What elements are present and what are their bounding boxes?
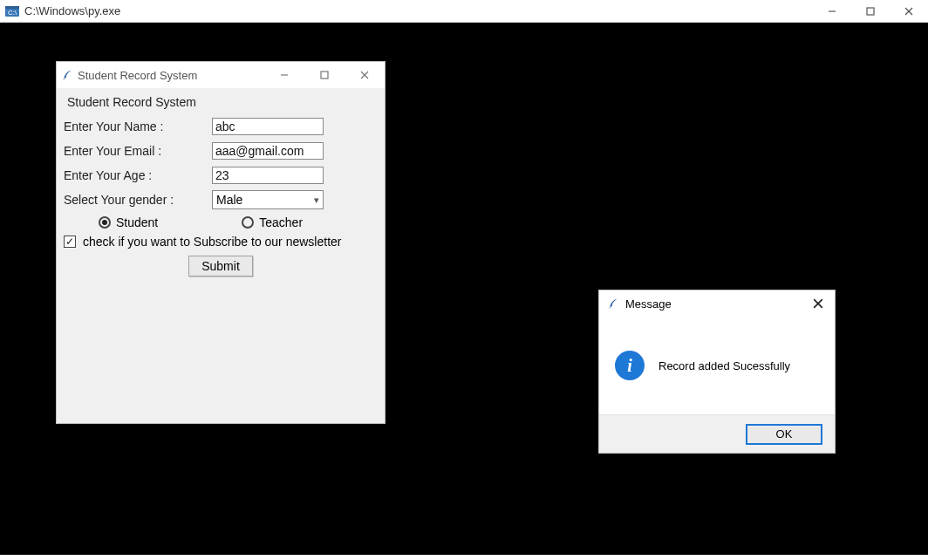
console-minimize-button[interactable] xyxy=(813,0,851,23)
newsletter-checkbox[interactable]: ✓ check if you want to Subscribe to our … xyxy=(64,235,378,249)
form-close-button[interactable] xyxy=(345,62,385,88)
message-title: Message xyxy=(625,297,672,311)
radio-student[interactable]: Student xyxy=(99,215,158,229)
radio-student-label: Student xyxy=(116,215,158,229)
svg-rect-9 xyxy=(321,72,328,79)
form-window: Student Record System Student Record Sys… xyxy=(56,61,386,424)
gender-value: Male xyxy=(216,193,242,207)
submit-button[interactable]: Submit xyxy=(188,256,253,277)
message-titlebar[interactable]: Message xyxy=(599,290,835,317)
form-heading: Student Record System xyxy=(67,95,378,109)
tk-feather-icon xyxy=(57,69,78,81)
radio-teacher-label: Teacher xyxy=(259,215,303,229)
label-name: Enter Your Name : xyxy=(64,120,212,133)
label-age: Enter Your Age : xyxy=(64,168,212,182)
radio-teacher[interactable]: Teacher xyxy=(242,215,303,229)
radio-teacher-icon xyxy=(242,216,254,229)
tk-feather-icon xyxy=(604,297,622,310)
name-input[interactable] xyxy=(212,118,324,135)
svg-text:C:\: C:\ xyxy=(8,9,17,17)
form-minimize-button[interactable] xyxy=(264,62,304,88)
form-maximize-button[interactable] xyxy=(304,62,345,88)
console-close-button[interactable] xyxy=(890,0,928,23)
ok-button[interactable]: OK xyxy=(746,424,822,445)
message-close-button[interactable] xyxy=(805,290,831,317)
newsletter-label: check if you want to Subscribe to our ne… xyxy=(83,235,341,249)
email-input[interactable] xyxy=(212,142,324,160)
message-window: Message i Record added Sucessfully OK xyxy=(598,290,836,454)
gender-combobox[interactable]: Male ▾ xyxy=(212,190,324,209)
form-titlebar[interactable]: Student Record System xyxy=(57,62,385,88)
chevron-down-icon: ▾ xyxy=(314,195,319,206)
console-title: C:\Windows\py.exe xyxy=(24,4,120,17)
message-body-text: Record added Sucessfully xyxy=(658,359,790,372)
label-gender: Select Your gender : xyxy=(64,193,212,207)
bottom-strip xyxy=(0,555,928,560)
age-input[interactable] xyxy=(212,167,324,184)
form-title: Student Record System xyxy=(78,69,197,82)
checkmark-icon: ✓ xyxy=(64,236,76,248)
console-maximize-button[interactable] xyxy=(851,0,890,23)
cmd-icon: C:\ xyxy=(5,4,19,18)
info-icon: i xyxy=(615,351,645,380)
radio-student-icon xyxy=(99,216,111,229)
console-titlebar: C:\ C:\Windows\py.exe xyxy=(0,0,928,23)
svg-rect-4 xyxy=(867,8,874,15)
label-email: Enter Your Email : xyxy=(64,144,212,158)
